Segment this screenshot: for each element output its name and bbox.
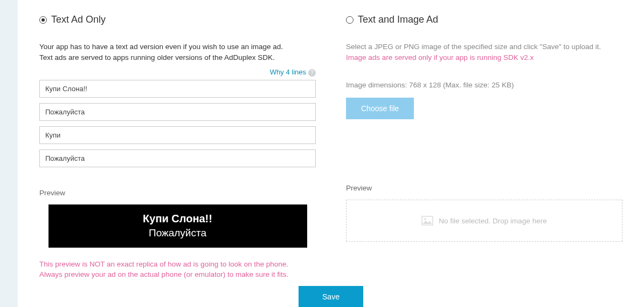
text-ad-radio[interactable]: Text Ad Only [39,14,316,25]
text-ad-column: Text Ad Only Your app has to have a text… [39,14,316,279]
left-gutter [0,0,18,307]
save-button[interactable]: Save [299,286,363,307]
image-ad-desc-2: Image ads are served only if your app is… [346,52,622,63]
radio-icon [39,16,47,24]
image-dimensions-note: Image dimensions: 768 x 128 (Max. file s… [346,81,622,89]
drop-zone-text: No file selected. Drop image here [439,217,546,225]
text-ad-desc-1: Your app has to have a text ad version e… [39,42,316,52]
text-ad-radio-label: Text Ad Only [51,14,106,25]
choose-file-button[interactable]: Choose file [346,98,414,119]
ad-line-3-input[interactable] [39,126,316,144]
svg-point-1 [425,218,427,220]
image-ad-radio-label: Text and Image Ad [358,14,438,25]
image-drop-zone[interactable]: No file selected. Drop image here [346,200,622,242]
image-ad-desc-1: Select a JPEG or PNG image of the specif… [346,42,622,52]
radio-icon [346,16,354,24]
image-ad-column: Text and Image Ad Select a JPEG or PNG i… [346,14,622,279]
image-ad-radio[interactable]: Text and Image Ad [346,14,622,25]
ad-line-2-input[interactable] [39,103,316,121]
text-ad-preview: Купи Слона!! Пожалуйста [49,204,307,248]
preview-disclaimer-1: This preview is NOT an exact replica of … [39,260,316,270]
image-preview-label: Preview [346,184,622,192]
image-icon [421,216,433,226]
preview-subtitle: Пожалуйста [149,227,206,239]
help-icon[interactable]: ? [308,69,316,77]
preview-disclaimer-2: Always preview your ad on the actual pho… [39,270,316,280]
preview-title: Купи Слона!! [143,213,212,225]
why-4-lines-link[interactable]: Why 4 lines [270,68,306,76]
ad-line-4-input[interactable] [39,149,316,167]
text-preview-label: Preview [39,189,316,197]
text-ad-desc-2: Text ads are served to apps running olde… [39,52,316,63]
ad-line-1-input[interactable] [39,80,316,98]
